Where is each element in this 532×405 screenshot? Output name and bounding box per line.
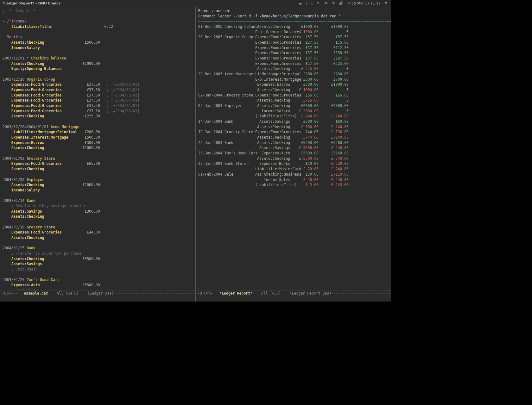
report-amount: £-20.00 [290, 166, 319, 172]
report-account: Li:Mortgage:Principal [255, 72, 290, 77]
posting-amount: £1000.00 [75, 61, 100, 66]
report-balance: £-240.00 [319, 166, 349, 172]
effective-date-comment: ; [=2004/01/01] [106, 82, 139, 87]
gear-icon[interactable]: ⚙ [384, 1, 388, 6]
posting-account: Income:Salary [11, 45, 75, 51]
effective-date-comment: ; [=2004/04/01] [106, 98, 139, 103]
modeline-pos: All (4,0) [261, 291, 281, 296]
report-account: (Liabilities:Tithe) [255, 114, 290, 119]
posting-amount: £500.00 [75, 135, 100, 140]
report-date-payee: 05-Jan-2004 Employer [198, 103, 255, 109]
report-account: Assets:Checking [255, 87, 290, 93]
report-date-payee: 01-Feb-2004 Sale [198, 172, 255, 177]
report-amount: £20.00 [290, 161, 319, 166]
report-account: Expens:Food:Groceries [255, 93, 290, 98]
report-balance: £1000.00 [319, 24, 349, 29]
report-amount: £5500.00 [290, 151, 319, 156]
report-balance: £225.00 [319, 61, 349, 66]
posting-account: Assets:Checking [11, 145, 75, 151]
report-balance: £-196.00 [319, 129, 349, 135]
posting-amount: £37.50 [75, 109, 100, 114]
posting-account: Liabilities:Mortgage:Principal [11, 129, 75, 135]
report-amount: £-5500.00 [290, 156, 319, 161]
posting-amount: -£1000.00 [75, 145, 100, 151]
report-account: Expens:Food:Groceries [255, 129, 290, 135]
posting-amount: £5500.00 [75, 283, 100, 288]
posting-account: Expenses:Food:Groceries [11, 230, 75, 235]
report-amount: £37.50 [290, 45, 319, 51]
report-account: Exp:Interest:Mortgage [255, 77, 290, 82]
report-date-payee: 01-Dec-2003 Checking balance [198, 24, 255, 29]
report-account: Expenses:Books [255, 161, 290, 166]
report-balance: £150.00 [319, 50, 349, 56]
report-amount: £-2000.00 [290, 109, 319, 114]
xact-payee: Organic Co-op [27, 77, 55, 82]
xact-payee: Bank [27, 198, 35, 203]
report-account: Income:Sales [255, 177, 290, 183]
report-account: Expens:Food:Groceries [255, 50, 290, 56]
xact-payee: Bank [27, 246, 35, 250]
weather-icon[interactable]: ☁ [298, 1, 302, 6]
report-account: Assets:Checking [255, 140, 290, 146]
modeline-prefix: -U:@%%- [198, 291, 213, 296]
volume-icon[interactable]: 🔊 [339, 1, 343, 6]
report-date-payee: 27-Jan-2004 Book Store [198, 161, 255, 166]
xact-date: 2004/01/05 [3, 178, 24, 182]
posting-account: Assets:Checking [11, 235, 75, 240]
ledger-report-buffer[interactable]: Report: account Command: ledger --sort d… [196, 7, 391, 290]
refresh-icon[interactable]: ⟳ [316, 1, 320, 6]
posting-account: Expenses:Food:Groceries [11, 103, 75, 109]
report-amount: £-225.00 [290, 66, 319, 72]
report-amount: £44.00 [290, 129, 319, 135]
report-account: Expens:Food:Groceries [255, 56, 290, 61]
report-balance: 0 [319, 29, 349, 35]
posting-account: Assets:Savings [11, 209, 75, 214]
report-amount: £37.50 [290, 56, 319, 61]
report-account: Equi:Opening Balances [255, 29, 290, 35]
minibuffer[interactable] [0, 296, 195, 302]
xact-date: 2004/01/19 [3, 225, 24, 229]
xact-date: 2004/01/14 [3, 198, 24, 203]
report-amount: £300.00 [290, 119, 319, 124]
report-amount: £200.00 [290, 72, 319, 77]
report-account: Assets:Checking [255, 124, 290, 130]
report-amount: £-44.00 [290, 135, 319, 140]
report-balance: £-220.00 [319, 161, 349, 166]
report-balance: £-240.00 [319, 177, 349, 183]
network-icon[interactable]: ⇅ [331, 1, 336, 6]
posting-account: Expenses:Food:Groceries [11, 82, 75, 87]
posting-comment: ; :nobudget: [11, 288, 38, 290]
report-account: Expens:Food:Groceries [255, 40, 290, 45]
mail-icon[interactable]: ✉ [324, 1, 328, 6]
xact-date: 2003/12/20 [3, 77, 24, 82]
report-amount: £37.50 [290, 50, 319, 56]
posting-amount: £37.50 [75, 93, 100, 98]
report-balance: £65.00 [319, 93, 349, 98]
posting-account: Assets:Checking [11, 114, 75, 119]
posting-amount: £2000.00 [75, 182, 100, 188]
modeline-mode: (Ledger Report yas) [290, 291, 332, 296]
report-amount: £300.00 [290, 82, 319, 87]
posting-account: Expenses:Food:Groceries [11, 109, 75, 114]
report-amount: £5500.00 [290, 140, 319, 146]
modeline-buffer-name: *Ledger Report* [219, 291, 252, 296]
posting-account: Assets:Checking [11, 214, 75, 219]
report-amount: £37.50 [290, 34, 319, 40]
report-account: Expenses:Escrow [255, 82, 290, 87]
posting-amount: 0.12 [53, 24, 113, 29]
left-modeline: -U:@--- example.dat All (64,0) (Ledger y… [0, 290, 195, 296]
desktop-top-panel: *Ledger Report* - GNU Emacs ☁ 7 °C ⟳ ✉ ⇅… [0, 0, 391, 7]
ledger-source-buffer[interactable]: ; -*- ledger -*- = /^Income/ (Liabilitie… [0, 7, 195, 290]
posting-comment: ; :nobudget: [11, 267, 38, 271]
xact-payee: Grocery Store [27, 156, 55, 161]
effective-date-comment: ; [=2004/05/01] [106, 103, 139, 108]
report-account: Expens:Food:Groceries [255, 61, 290, 66]
xact-payee: Checking balance [31, 56, 66, 60]
automated-xact-header: = /^Income/ [3, 19, 27, 23]
report-command: Command: ledger --sort d -f /home/borbus… [198, 14, 343, 18]
posting-amount: £37.50 [75, 98, 100, 103]
posting-account: Assets:Checking [11, 256, 75, 262]
report-balance: £5260.00 [319, 140, 349, 146]
window-title: *Ledger Report* - GNU Emacs [3, 1, 60, 6]
report-balance: £-240.00 [319, 156, 349, 161]
